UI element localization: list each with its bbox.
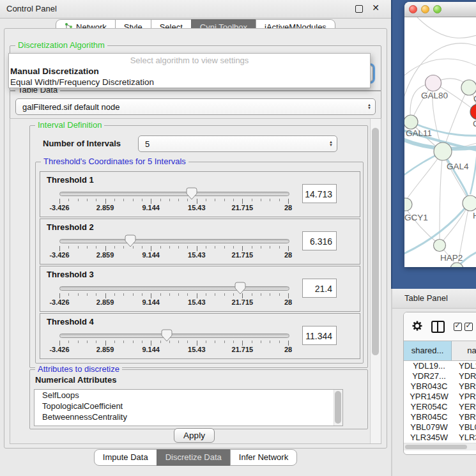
dropdown-placeholder: Select algorithm to view settings: [9, 54, 370, 66]
list-item[interactable]: BetweennessCentrality: [35, 411, 342, 422]
gear-icon[interactable]: [411, 320, 423, 334]
tab-infer-network[interactable]: Infer Network: [230, 449, 297, 466]
threshold-value-field[interactable]: 14.713: [302, 184, 337, 203]
table-row[interactable]: YDL19...YDL1: [404, 360, 476, 371]
node-label: GA: [473, 94, 476, 104]
apply-button[interactable]: Apply: [174, 428, 215, 443]
list-item[interactable]: SelfLoops: [35, 390, 342, 401]
network-window-titlebar[interactable]: [404, 2, 476, 17]
table-row[interactable]: YBR043CYBR0: [404, 381, 476, 391]
dropdown-item-equal-width[interactable]: Equal Width/Frequency Discretization: [9, 77, 370, 88]
slider-track[interactable]: [59, 286, 289, 291]
table-data-combobox[interactable]: galFiltered.sif default node ▲▼: [15, 98, 376, 115]
numerical-attributes-list[interactable]: SelfLoops TopologicalCoefficient Between…: [34, 389, 343, 426]
checkbox-icon[interactable]: [454, 323, 462, 331]
split-table-icon[interactable]: [431, 321, 445, 333]
threshold-value-field[interactable]: 21.4: [302, 279, 337, 298]
slider-track[interactable]: [59, 334, 289, 338]
table-row[interactable]: YER054CYER0: [404, 401, 476, 411]
column-header-shared-name[interactable]: shared...: [404, 341, 452, 360]
threshold-value-field[interactable]: 6.316: [302, 231, 337, 250]
threshold-coordinates-group: Threshold's Coordinates for 5 Intervals …: [35, 162, 364, 364]
table-row[interactable]: YPR145WYPR1: [404, 391, 476, 401]
attributes-group: Attributes to discretize Numerical Attri…: [29, 369, 368, 429]
threshold-4-panel: Threshold 4 -3.426 2.859 9.144 15.43 21.…: [40, 313, 360, 359]
list-scrollbar[interactable]: [334, 390, 342, 426]
network-view-window[interactable]: GAL80 GA C GAL11 GAL4 GCY1 H HAP2: [404, 2, 476, 267]
table-row[interactable]: YBL079WYBL0: [404, 422, 476, 432]
table-panel-title: Table Panel: [404, 293, 448, 303]
settings-scrollpane: Interval Definition Number of Intervals …: [10, 118, 381, 444]
scrollbar-thumb[interactable]: [405, 445, 467, 449]
close-traffic-light-icon[interactable]: [409, 5, 417, 13]
combo-stepper-icon: ▲▼: [325, 141, 337, 147]
vertical-scrollbar[interactable]: [370, 119, 381, 443]
group-title: Attributes to discretize: [35, 364, 122, 374]
scrollbar-thumb[interactable]: [372, 128, 379, 355]
table-toolbar: [404, 312, 476, 341]
interval-definition-group: Interval Definition Number of Intervals …: [29, 125, 368, 368]
network-canvas[interactable]: GAL80 GA C GAL11 GAL4 GCY1 H HAP2: [404, 17, 476, 267]
threshold-2-panel: Threshold 2 -3.426 2.859 9.144 15.43 21.…: [40, 219, 360, 265]
control-panel: Control Panel ✕ Network Style Select Cyn…: [0, 0, 391, 476]
table-header-row: shared... na: [404, 341, 476, 361]
node-label: HAP2: [440, 253, 463, 263]
minimize-traffic-light-icon[interactable]: [421, 5, 429, 13]
tab-impute-data[interactable]: Impute Data: [94, 449, 157, 466]
dropdown-item-manual-discretization[interactable]: Manual Discretization: [9, 66, 370, 77]
threshold-1-panel: Threshold 1 -3.426 2.859 9.144 15.43 21.…: [40, 171, 360, 217]
table-panel-titlebar: Table Panel: [392, 289, 476, 309]
zoom-traffic-light-icon[interactable]: [433, 5, 441, 13]
node-label: H: [473, 211, 476, 220]
slider-track[interactable]: [59, 192, 289, 196]
group-title: Discretization Algorithm: [15, 40, 107, 50]
list-item[interactable]: TopologicalCoefficient: [35, 401, 342, 411]
combo-stepper-icon: ▲▼: [364, 104, 375, 110]
network-graph: [404, 17, 476, 267]
float-window-icon[interactable]: [355, 5, 363, 13]
slider-thumb[interactable]: [161, 329, 173, 342]
control-panel-titlebar: Control Panel ✕: [0, 0, 391, 19]
node-label: C: [473, 119, 476, 128]
node-label: GAL11: [406, 128, 432, 138]
node-label: GAL80: [421, 91, 448, 100]
table-row[interactable]: YLR345WYLR3: [404, 432, 476, 442]
checkbox-icon[interactable]: [464, 323, 473, 331]
group-title: Threshold's Coordinates for 5 Intervals: [41, 157, 188, 166]
horizontal-scrollbar[interactable]: [404, 443, 476, 450]
cytoscape-desktop: GAL80 GA C GAL11 GAL4 GCY1 H HAP2: [391, 0, 476, 289]
slider-thumb[interactable]: [125, 234, 136, 247]
panel-title: Control Panel: [6, 4, 57, 13]
algorithm-dropdown-popup: Select algorithm to view settings Manual…: [8, 53, 371, 88]
numerical-attributes-label: Numerical Attributes: [35, 375, 116, 385]
close-icon[interactable]: ✕: [372, 3, 380, 13]
number-of-intervals-label: Number of Intervals: [43, 139, 121, 148]
table-rows: YDL19...YDL1 YDR27...YDR2 YBR043CYBR0 YP…: [404, 360, 476, 452]
node-label: GCY1: [404, 213, 428, 222]
slider-track[interactable]: [59, 239, 289, 243]
threshold-value-field[interactable]: 11.344: [302, 326, 337, 345]
cyni-toolbox-content: Discretization Algorithm ▲▼ Select algor…: [4, 28, 387, 449]
table-row[interactable]: YBR045CYBR0: [404, 411, 476, 422]
node-table: shared... na YDL19...YDL1 YDR27...YDR2 Y…: [403, 312, 476, 455]
node-label: GAL4: [447, 162, 469, 171]
table-data-group: Table Data galFiltered.sif default node …: [10, 90, 381, 119]
slider-thumb[interactable]: [186, 187, 197, 200]
cyni-bottom-tabbar: Impute Data Discretize Data Infer Networ…: [0, 449, 391, 467]
column-header-name[interactable]: na: [452, 341, 476, 360]
number-of-intervals-combobox[interactable]: 5 ▲▼: [138, 135, 337, 152]
group-title: Interval Definition: [35, 120, 104, 130]
slider-thumb[interactable]: [234, 282, 246, 295]
tab-discretize-data[interactable]: Discretize Data: [157, 449, 231, 466]
table-row[interactable]: YDR27...YDR2: [404, 371, 476, 381]
table-panel: Table Panel shared... na YDL19...YDL1 YD…: [391, 289, 476, 476]
threshold-3-panel: Threshold 3 -3.426 2.859 9.144 15.43 21.…: [40, 266, 360, 312]
